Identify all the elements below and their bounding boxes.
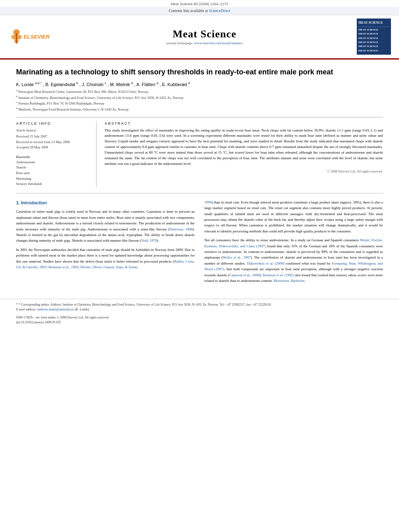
received-date: Received 15 July 2007 (16, 134, 90, 140)
elsevier-name: ELSEVIER (24, 34, 49, 40)
affil-d: d Matforsk, Norwegian Food Research Inst… (16, 106, 383, 112)
affil-c: c Nortura Rudshøgda, P.O. Box 70, N-2366… (16, 100, 383, 106)
homepage-url[interactable]: www.elsevier.com/locate/meatsci (194, 41, 243, 45)
author-sup-d: d (131, 81, 133, 85)
footnote-text: * Corresponding author. Address: Institu… (19, 303, 271, 306)
logo-title: MEAT SCIENCE (358, 21, 389, 27)
affiliations-block: a Norwegian Meat Research Centre, Lørenv… (16, 88, 383, 112)
logo-repeat-1: MEAT SCIENCE (358, 28, 378, 31)
intro-para1: Castration of entire male pigs is widely… (16, 209, 195, 243)
logo-repeat-3: MEAT SCIENCE (358, 37, 378, 39)
keyword-marinating: Marinating (16, 176, 90, 182)
contents-bar: Contents lists available at ScienceDirec… (0, 7, 399, 15)
keyword-skatole: Skatole (16, 165, 90, 170)
author-sup-e: a (156, 81, 158, 85)
ref-bonneau2[interactable]: Bonneau et al. (1992) (263, 273, 294, 277)
author-flatten: A. Flätten (136, 82, 156, 86)
meat-science-logo: MEAT SCIENCE MEAT SCIENCE MEAT SCIENCE M… (357, 18, 391, 55)
author-choinski: J. Choinski (82, 82, 105, 86)
journal-homepage-line: journal homepage: www.elsevier.com/locat… (52, 41, 357, 45)
logo-repeat-5: MEAT SCIENCE (358, 45, 378, 47)
received-revised-date: Received in revised form 13 May 2008 (16, 140, 90, 145)
author-sup-b: b (76, 81, 78, 85)
journal-citation: Meat Science 80 (2008) 1264–1272 (0, 0, 399, 7)
ref-cameron[interactable]: Cameron et al., 2000 (229, 273, 260, 277)
author-mielnik: M. Mielnik (110, 82, 132, 86)
ref-dijksterhuis[interactable]: Dijksterhuis et al. (2000) (247, 261, 284, 265)
history-label: Article history: (16, 128, 90, 134)
ref-frempong[interactable]: Frempong, Nute, Whitting­ton, and Wood (… (204, 261, 383, 271)
contents-label: Contents lists available at (169, 9, 208, 13)
info-abstract-section: ARTICLE INFO Article history: Received 1… (16, 117, 383, 187)
abstract-col: ABSTRACT This study investigated the eff… (105, 121, 383, 187)
sciencedirect-link[interactable]: ScienceDirect (209, 9, 230, 13)
intro-col2-para1: 1990) than in retail cuts. Even though m… (204, 199, 383, 234)
logo-repeat-6: MEAT SCIENCE (358, 49, 378, 52)
keywords-label-text: Keywords: (16, 155, 31, 159)
footer-spacer (16, 312, 383, 315)
logo-repeat-2: MEAT SCIENCE (358, 32, 378, 35)
article-info-col: ARTICLE INFO Article history: Received 1… (16, 121, 97, 187)
ref-vold[interactable]: Vold, 1970 (141, 238, 157, 242)
affil-b: b Institute of Chemistry, Biotechnology … (16, 94, 383, 101)
keyword-boar-taint: Boar taint (16, 170, 90, 176)
affil-a: a Norwegian Meat Research Centre, Lørenv… (16, 88, 383, 94)
author-lunde: K. Lunde (16, 82, 35, 86)
author-kubberod: E. Kubberød (162, 82, 188, 86)
ref-weiler[interactable]: Weiler, Fischer, Kemmer, Dobrowolski, an… (204, 238, 383, 248)
abstract-label: ABSTRACT (105, 121, 383, 125)
journal-header: Contents lists available at ScienceDirec… (0, 7, 399, 60)
elsevier-icon-text: ELSEVIER (11, 29, 49, 44)
journal-title: Meat Science (52, 28, 357, 40)
article-footer: * * Corresponding author. Address: Insti… (0, 299, 399, 328)
article-content: Marinating as a technology to shift sens… (0, 60, 399, 295)
body-col-left: 1. Introduction Castration of entire mal… (16, 199, 195, 287)
author-sup-c: c (105, 81, 106, 85)
ref-1990[interactable]: 1990 (204, 200, 212, 204)
journal-meta: Meat Science 80 (2008) 1264–1272 (171, 2, 228, 6)
accepted-date: Accepted 28 May 2008 (16, 145, 90, 150)
elsevier-logo-area: ELSEVIER (8, 29, 52, 44)
homepage-label: journal homepage: (167, 41, 193, 45)
svg-rect-4 (16, 33, 17, 43)
author-sup-a: a,b,* (35, 81, 41, 85)
section-divider (16, 193, 383, 193)
copyright: © 2008 Elsevier Ltd. All rights reserved… (105, 169, 383, 173)
article-info-label: ARTICLE INFO (16, 121, 90, 125)
elsevier-brand: ELSEVIER (8, 29, 52, 44)
article-authors: K. Lunde a,b,* , B. Egelandsdal b , J. C… (16, 81, 383, 87)
footnote-email-line: E-mail address: kathrine.lunde@animalia.… (16, 307, 383, 312)
author-egelandsdal: B. Egelandsdal (45, 82, 76, 86)
ref-diestre[interactable]: Diestre, Oliver, Gispert, Arpa, & Arnau, (80, 265, 138, 269)
ref-bonneau1992[interactable]: Bonneau et al., 1992 (49, 265, 78, 269)
doi-line: doi:10.1016/j.meatsci.2008.05.035 (16, 320, 383, 325)
author-sup-f: d (188, 81, 190, 85)
keywords-section: Keywords: Androstenone Skatole Boar tain… (16, 154, 90, 187)
article-history: Article history: Received 15 July 2007 R… (16, 128, 90, 150)
intro-section-title: 1. Introduction (16, 199, 195, 207)
issn-line: 0309-1740/$ – see front matter © 2008 El… (16, 315, 383, 320)
keywords-label: Keywords: (16, 154, 90, 159)
ref-patterson[interactable]: Patterson, 1968 (169, 227, 193, 231)
body-content: 1. Introduction Castration of entire mal… (16, 199, 383, 287)
email-label: E-mail address: (16, 308, 37, 311)
footnote-corresponding: * * Corresponding author. Address: Insti… (16, 302, 383, 307)
journal-name-area: Meat Science journal homepage: www.elsev… (52, 28, 357, 45)
page: Meat Science 80 (2008) 1264–1272 Content… (0, 0, 399, 532)
logo-row: ELSEVIER Meat Science journal homepage: … (0, 15, 399, 58)
keyword-androstenone: Androstenone (16, 160, 90, 165)
keyword-sensory: Sensory thresholds (16, 181, 90, 187)
article-title: Marinating as a technology to shift sens… (16, 68, 383, 77)
elsevier-tree-icon (11, 29, 22, 44)
abstract-text: This study investigated the effect of ma… (105, 128, 383, 167)
ref-weiler2[interactable]: Weiler et al., 1997 (222, 255, 251, 259)
intro-para2: In 2001 the Norwegian authorities decide… (16, 247, 195, 270)
logo-repeat-4: MEAT SCIENCE (358, 41, 378, 43)
ref-mortensen[interactable]: Mortensen, Bjerholm, (274, 279, 305, 283)
intro-col2-para2: Not all consumers have the ability to se… (204, 237, 383, 283)
email-link[interactable]: kathrine.lunde@animalia.no (37, 308, 74, 311)
body-col-right: 1990) than in retail cuts. Even though m… (204, 199, 383, 287)
email-suffix: (K. Lunde). (75, 308, 90, 311)
